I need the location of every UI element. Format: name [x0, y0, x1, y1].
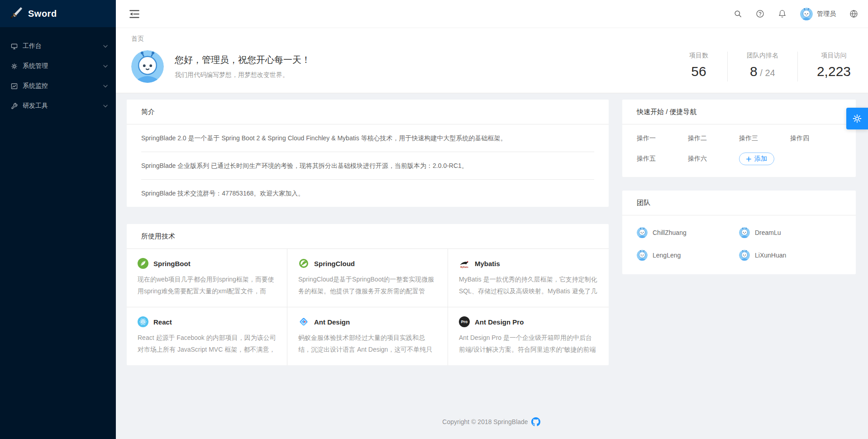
app-logo[interactable]: Sword [0, 0, 116, 27]
stat-value: 8 [750, 64, 758, 79]
quick-link-1[interactable]: 操作一 [637, 134, 656, 143]
tech-desc: 蚂蚁金服体验技术部经过大量的项目实践和总结，沉淀出设计语言 Ant Design… [298, 332, 437, 355]
globe-icon[interactable] [849, 10, 858, 18]
gear-icon [11, 63, 18, 70]
member-name: LiXunHuan [755, 252, 786, 259]
springboot-icon [138, 258, 148, 269]
sidebar-item-label: 工作台 [23, 42, 42, 50]
tech-card-title: 所使用技术 [127, 224, 609, 249]
menu-fold-icon[interactable] [129, 8, 140, 20]
app-window: Sword 工作台 系统管理 系统监控 研发工具 [0, 0, 868, 439]
footer: Copyright © 2018 SpringBlade [127, 406, 856, 439]
stat-label: 项目访问 [817, 52, 851, 60]
svg-text:Pro: Pro [461, 320, 467, 324]
user-menu[interactable]: 管理员 [800, 8, 836, 20]
sidebar-item-system-monitor[interactable]: 系统监控 [0, 76, 116, 96]
springcloud-icon [298, 258, 309, 269]
breadcrumb[interactable]: 首页 [131, 35, 144, 43]
stat-visits: 项目访问 2,223 [797, 52, 854, 81]
welcome-text: 您好，管理员，祝您开心每一天！ 我们用代码编写梦想，用梦想改变世界。 [175, 54, 310, 79]
stat-value: 2,223 [817, 64, 851, 79]
tech-name: React [153, 318, 172, 326]
tech-desc: 现在的web项目几乎都会用到spring框架，而要使用spring难免需要配置大… [138, 273, 276, 297]
quick-nav-card: 快速开始 / 便捷导航 操作一 操作二 操作三 操作四 操作五 操作六 添加 [622, 100, 856, 177]
tech-item-mybatis: MyBatis Mybatis MyBatis 是一款优秀的持久层框架，它支持定… [448, 249, 609, 307]
tech-card: 所使用技术 SpringBoot 现在的web项目几乎都会用到spring框架，… [127, 224, 609, 365]
member-name: ChillZhuang [653, 229, 687, 236]
stat-team-rank: 团队内排名 8 / 24 [727, 52, 797, 81]
settings-trigger-button[interactable] [846, 108, 868, 129]
stats-group: 项目数 56 团队内排名 8 / 24 项目访问 2,223 [670, 52, 854, 81]
help-icon[interactable] [756, 10, 764, 18]
quick-link-2[interactable]: 操作二 [688, 134, 707, 143]
ant-design-icon [298, 316, 309, 327]
tech-desc: React 起源于 Facebook 的内部项目，因为该公司对市场上所有 Jav… [138, 332, 276, 355]
avatar [800, 8, 813, 20]
mybatis-icon: MyBatis [459, 258, 470, 269]
github-icon[interactable] [531, 417, 540, 426]
intro-line: SpringBlade 企业版系列 已通过长时间生产环境的考验，现将其拆分出基础… [141, 152, 594, 180]
sidebar-menu: 工作台 系统管理 系统监控 研发工具 [0, 27, 116, 116]
tech-name: Mybatis [475, 260, 500, 267]
quick-nav-title: 快速开始 / 便捷导航 [622, 100, 856, 124]
tech-item-springboot: SpringBoot 现在的web项目几乎都会用到spring框架，而要使用sp… [127, 249, 287, 307]
add-button-label: 添加 [754, 155, 767, 163]
tech-item-springcloud: SpringCloud SpringCloud是基于SpringBoot的一整套… [287, 249, 448, 307]
add-button[interactable]: 添加 [739, 153, 774, 165]
plus-icon [746, 157, 751, 162]
monitor-chart-icon [11, 83, 18, 90]
quick-link-6[interactable]: 操作六 [688, 155, 707, 163]
quick-link-3[interactable]: 操作三 [739, 134, 758, 143]
sidebar-item-system-admin[interactable]: 系统管理 [0, 56, 116, 76]
team-member[interactable]: LengLeng [637, 250, 739, 261]
desktop-icon [11, 43, 18, 50]
copyright-text: Copyright © 2018 SpringBlade [442, 418, 528, 425]
bell-icon[interactable] [778, 10, 787, 18]
tech-name: Ant Design [314, 318, 350, 326]
search-icon[interactable] [734, 10, 742, 18]
team-card: 团队 ChillZhuang DreamLu [622, 191, 856, 274]
welcome-avatar [131, 50, 164, 83]
tech-item-ant-design-pro: Pro Ant Design Pro Ant Design Pro 是一个企业级… [448, 307, 609, 365]
avatar [739, 227, 750, 238]
intro-card: 简介 SpringBlade 2.0 是一个基于 Spring Boot 2 &… [127, 100, 609, 207]
member-name: LengLeng [653, 252, 681, 259]
stat-value: 56 [691, 64, 706, 79]
welcome-title: 您好，管理员，祝您开心每一天！ [175, 54, 310, 66]
ant-design-pro-icon: Pro [459, 316, 470, 327]
tech-desc: SpringCloud是基于SpringBoot的一整套实现微服务的框架。他提供… [298, 273, 437, 297]
member-name: DreamLu [755, 229, 781, 236]
tech-name: Ant Design Pro [475, 318, 524, 326]
team-member[interactable]: DreamLu [739, 227, 841, 238]
sidebar-item-label: 研发工具 [23, 102, 48, 110]
intro-line: SpringBlade 技术交流群号：477853168。欢迎大家加入。 [141, 180, 594, 207]
app-title: Sword [28, 9, 57, 19]
quick-link-5[interactable]: 操作五 [637, 155, 656, 163]
tech-name: SpringBoot [153, 260, 191, 267]
quick-link-4[interactable]: 操作四 [790, 134, 809, 143]
stat-label: 项目数 [689, 52, 708, 60]
chevron-down-icon [103, 85, 108, 88]
stat-suffix: / 24 [758, 68, 775, 78]
avatar [739, 250, 750, 261]
topbar: 管理员 [116, 0, 868, 28]
chevron-down-icon [103, 65, 108, 68]
react-icon [138, 316, 148, 327]
chevron-down-icon [103, 105, 108, 108]
sidebar-item-label: 系统管理 [23, 62, 48, 70]
sidebar-item-label: 系统监控 [23, 82, 48, 90]
tech-desc: MyBatis 是一款优秀的持久层框架，它支持定制化 SQL、存储过程以及高级映… [459, 273, 598, 297]
tech-name: SpringCloud [314, 260, 355, 267]
team-member[interactable]: ChillZhuang [637, 227, 739, 238]
tech-item-react: React React 起源于 Facebook 的内部项目，因为该公司对市场上… [127, 307, 287, 365]
chevron-down-icon [103, 45, 108, 48]
team-card-title: 团队 [622, 191, 856, 215]
topbar-actions: 管理员 [734, 8, 858, 20]
welcome-subtitle: 我们用代码编写梦想，用梦想改变世界。 [175, 71, 310, 79]
tech-item-ant-design: Ant Design 蚂蚁金服体验技术部经过大量的项目实践和总结，沉淀出设计语言… [287, 307, 448, 365]
team-member[interactable]: LiXunHuan [739, 250, 841, 261]
sidebar-item-dev-tools[interactable]: 研发工具 [0, 96, 116, 116]
sidebar-item-workbench[interactable]: 工作台 [0, 36, 116, 56]
username: 管理员 [817, 10, 836, 18]
sidebar: Sword 工作台 系统管理 系统监控 研发工具 [0, 0, 116, 439]
